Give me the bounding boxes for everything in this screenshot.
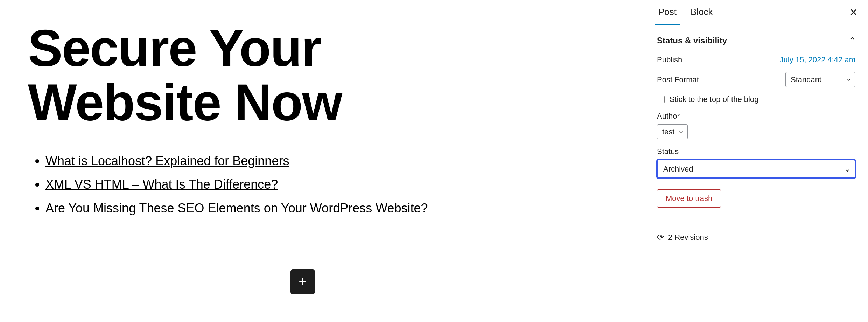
sidebar-panel: Post Block ✕ Status & visibility ⌃ Publi… <box>644 0 868 322</box>
status-section: Status Published Draft Pending Review Ar… <box>657 147 855 178</box>
list-item: Are You Missing These SEO Elements on Yo… <box>46 198 616 218</box>
sticky-row: Stick to the top of the blog <box>657 95 855 104</box>
tab-block[interactable]: Block <box>687 0 716 25</box>
revisions-icon: ⟳ <box>657 232 664 242</box>
publish-row: Publish July 15, 2022 4:42 am <box>657 55 855 64</box>
sticky-label: Stick to the top of the blog <box>670 95 758 104</box>
author-select-wrap: test <box>657 124 688 139</box>
status-select-wrap: Published Draft Pending Review Archived … <box>657 160 855 178</box>
sidebar-body: Status & visibility ⌃ Publish July 15, 2… <box>644 25 868 322</box>
publish-date-link[interactable]: July 15, 2022 4:42 am <box>780 55 855 64</box>
page-title: Secure Your Website Now <box>28 21 616 130</box>
list-item: XML VS HTML – What Is The Difference? <box>46 174 616 195</box>
author-label: Author <box>657 112 855 121</box>
status-visibility-section: Status & visibility ⌃ Publish July 15, 2… <box>644 25 868 222</box>
add-block-button[interactable]: + <box>290 270 315 294</box>
list-item: What is Localhost? Explained for Beginne… <box>46 151 616 171</box>
main-content: Secure Your Website Now What is Localhos… <box>0 0 644 322</box>
status-select[interactable]: Published Draft Pending Review Archived <box>657 160 855 178</box>
post-format-label: Post Format <box>657 75 699 84</box>
publish-label: Publish <box>657 55 682 64</box>
section-title: Status & visibility <box>657 36 727 46</box>
author-select[interactable]: test <box>657 124 688 139</box>
sticky-checkbox[interactable] <box>657 96 665 103</box>
list-link-1[interactable]: What is Localhost? Explained for Beginne… <box>46 154 289 168</box>
list-link-2[interactable]: XML VS HTML – What Is The Difference? <box>46 177 278 191</box>
status-label: Status <box>657 147 855 156</box>
tab-post[interactable]: Post <box>655 0 680 25</box>
section-header: Status & visibility ⌃ <box>657 36 855 46</box>
author-section: Author test <box>657 112 855 139</box>
post-format-row: Post Format Standard Aside Gallery Link … <box>657 72 855 87</box>
revisions-row: ⟳ 2 Revisions <box>644 225 868 249</box>
move-to-trash-button[interactable]: Move to trash <box>657 189 721 208</box>
close-button[interactable]: ✕ <box>849 8 858 18</box>
revisions-label[interactable]: 2 Revisions <box>668 233 708 242</box>
content-list: What is Localhost? Explained for Beginne… <box>28 151 616 218</box>
chevron-up-icon[interactable]: ⌃ <box>849 36 855 45</box>
sidebar-header: Post Block ✕ <box>644 0 868 25</box>
post-format-select[interactable]: Standard Aside Gallery Link Image <box>785 72 855 87</box>
